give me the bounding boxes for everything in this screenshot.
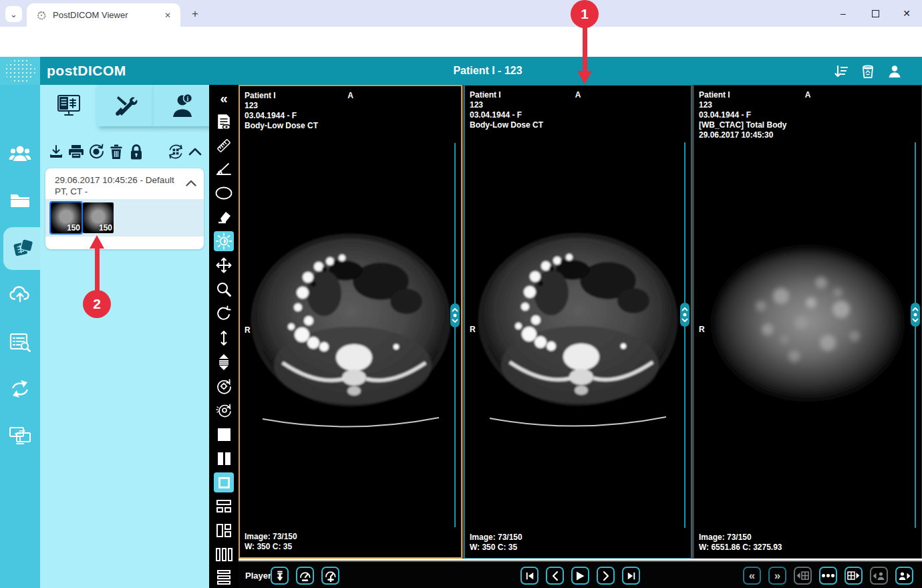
viewport-2[interactable]: Patient I 123 03.04.1944 - F Body-Low Do… [464, 85, 692, 559]
nav-images-active[interactable] [3, 227, 40, 270]
pet-image [701, 236, 915, 416]
previous-image-button[interactable] [546, 567, 564, 585]
image-scrollbar-track[interactable] [454, 143, 456, 527]
next-layout-button[interactable] [844, 567, 863, 585]
speed-decrease-button[interactable] [296, 567, 314, 585]
orientation-marker-right: R [245, 325, 251, 335]
vertical-scroll-icon [219, 329, 228, 347]
image-scrollbar-handle[interactable] [450, 303, 460, 327]
tab-study-images[interactable] [40, 85, 97, 126]
play-button[interactable] [571, 567, 589, 585]
patient-birth-sex: 03.04.1944 - F [699, 110, 787, 120]
tab-patient-info[interactable]: i [154, 85, 210, 126]
next-image-button[interactable] [597, 567, 615, 585]
nav-worklist[interactable] [0, 321, 40, 363]
viewport-3[interactable]: Patient I 123 03.04.1944 - F [WB_CTAC] T… [694, 85, 922, 559]
annotation-step-1: 1 [571, 0, 599, 28]
patient-id: 123 [245, 101, 318, 111]
download-button[interactable] [47, 142, 65, 161]
trash-icon[interactable] [859, 63, 877, 80]
sort-stack-button[interactable] [214, 352, 234, 372]
collapse-actions-button[interactable] [186, 142, 204, 161]
speed-increase-button[interactable] [321, 567, 339, 585]
image-scrollbar-track[interactable] [915, 142, 916, 528]
protect-button[interactable] [127, 142, 146, 161]
angle-tool-button[interactable] [214, 159, 234, 179]
layout-left-tall-button[interactable] [214, 521, 234, 541]
burn-cd-button[interactable] [87, 142, 106, 161]
nav-folders[interactable] [0, 179, 40, 222]
layout-1x1-button[interactable] [214, 424, 234, 444]
annotation-step-2: 2 [83, 290, 111, 318]
image-scrollbar-track[interactable] [684, 142, 685, 528]
reset-layout-button[interactable] [166, 142, 185, 161]
fast-previous-button[interactable]: « [743, 567, 761, 585]
first-image-button[interactable] [520, 567, 539, 585]
svg-text:i: i [186, 95, 188, 102]
orientation-marker-right: R [470, 325, 476, 334]
window-level: W: 6551.86 C: 3275.93 [699, 543, 782, 553]
nav-upload[interactable] [0, 273, 40, 315]
chevron-up-icon [186, 180, 196, 186]
series-thumbnail-1[interactable]: 150 [51, 202, 82, 233]
ruler-tool-button[interactable] [214, 136, 234, 156]
image-scrollbar-handle[interactable] [680, 303, 689, 327]
patient-birth-sex: 03.04.1944 - F [245, 111, 318, 121]
layout-1x2-icon [225, 452, 230, 465]
tab-close-icon[interactable]: ✕ [162, 9, 174, 21]
nav-patients[interactable] [0, 132, 40, 175]
speed-minus-icon [299, 570, 311, 582]
layout-left-tall-icon [224, 524, 231, 537]
new-tab-button[interactable]: + [187, 6, 203, 22]
scroll-tool-button[interactable] [214, 328, 234, 348]
ellipse-tool-button[interactable] [214, 183, 234, 203]
window-level: W: 350 C: 35 [245, 542, 297, 552]
tab-search-chevron-button[interactable]: ⌄ [5, 6, 22, 22]
series-group-card[interactable]: 29.06.2017 10:45:26 - Default PT, CT - 1… [45, 168, 204, 249]
layout-current-button-active[interactable] [214, 472, 234, 492]
window-level-button-active[interactable] [214, 231, 234, 251]
layout-1x2-button[interactable] [214, 448, 234, 468]
nav-share[interactable] [0, 368, 40, 410]
ct-axial-image [244, 220, 458, 440]
next-patient-button[interactable] [895, 567, 913, 585]
nav-remote-view[interactable] [0, 414, 40, 457]
print-button[interactable] [67, 142, 86, 161]
more-options-button[interactable] [819, 567, 837, 585]
layout-outline-icon [218, 477, 230, 488]
series-collapse-button[interactable] [184, 176, 198, 190]
player-direction-button[interactable] [271, 567, 289, 585]
reset-view-button[interactable] [214, 376, 234, 396]
account-icon[interactable] [886, 63, 903, 80]
report-view-button[interactable] [214, 112, 234, 132]
chevron-up-icon [188, 148, 202, 156]
layout-3cols-button[interactable] [214, 545, 234, 565]
orientation-marker-anterior: A [465, 90, 691, 100]
pan-tool-button[interactable] [214, 255, 234, 275]
viewport-1-active[interactable]: Patient I 123 03.04.1944 - F Body-Low Do… [239, 85, 462, 559]
fast-next-button[interactable]: » [768, 567, 786, 585]
window-minimize-button[interactable]: – [833, 5, 853, 21]
ellipsis-icon [826, 574, 830, 577]
window-maximize-button[interactable] [865, 5, 885, 21]
orientation-marker-anterior: A [694, 90, 921, 100]
window-close-button[interactable]: ✕ [897, 5, 917, 21]
eraser-tool-button[interactable] [214, 207, 234, 227]
layout-rows-button[interactable] [214, 567, 234, 587]
orientation-marker-anterior: A [240, 91, 461, 100]
zoom-tool-button[interactable] [214, 279, 234, 299]
delete-button[interactable] [107, 142, 126, 161]
sort-series-icon[interactable] [832, 63, 850, 80]
image-scrollbar-handle[interactable] [911, 303, 920, 327]
last-image-button[interactable] [622, 567, 640, 585]
reset-all-button[interactable] [214, 400, 234, 420]
ruler-icon [215, 137, 233, 154]
thumbnail-image-count: 150 [67, 223, 80, 233]
tab-tools[interactable] [97, 85, 154, 126]
browser-tab[interactable]: PostDICOM Viewer ✕ [27, 3, 180, 27]
collapse-toolbar-button[interactable]: « [214, 88, 234, 108]
skip-first-icon [524, 571, 536, 581]
layout-2rows-button[interactable] [214, 496, 234, 517]
series-thumbnail-2[interactable]: 150 [83, 202, 114, 233]
rotate-tool-button[interactable] [214, 303, 234, 323]
